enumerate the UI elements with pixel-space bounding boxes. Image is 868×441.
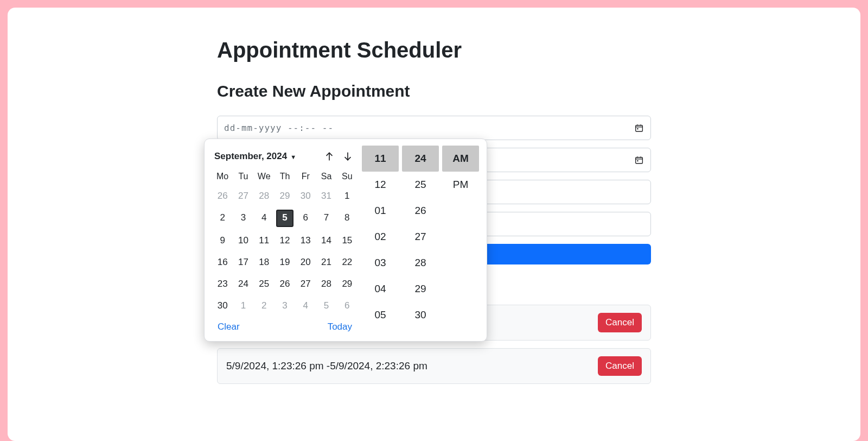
minute-spinner[interactable]: 24252627282930 — [402, 146, 439, 335]
calendar-day[interactable]: 20 — [297, 254, 314, 270]
calendar-day[interactable]: 14 — [318, 232, 335, 249]
spinner-option[interactable]: 04 — [362, 276, 399, 302]
spinner-option[interactable]: 28 — [402, 250, 439, 276]
cancel-button[interactable]: Cancel — [598, 356, 642, 376]
calendar-day[interactable]: 9 — [214, 232, 231, 249]
calendar-day[interactable]: 3 — [277, 298, 293, 314]
calendar-day[interactable]: 21 — [318, 254, 335, 270]
calendar-day[interactable]: 12 — [277, 232, 293, 249]
spinner-option[interactable]: 27 — [402, 224, 439, 250]
calendar-day[interactable]: 17 — [235, 254, 251, 270]
calendar-day[interactable]: 2 — [214, 210, 231, 226]
spinner-option[interactable]: 30 — [402, 302, 439, 328]
hour-spinner[interactable]: 11120102030405 — [362, 146, 399, 335]
calendar-day[interactable]: 11 — [256, 232, 272, 249]
calendar-day[interactable]: 25 — [256, 276, 272, 292]
appointment-row: 5/9/2024, 1:23:26 pm -5/9/2024, 2:23:26 … — [217, 348, 651, 384]
spinner-selected[interactable]: 24 — [402, 146, 439, 172]
weekday-label: Mo — [212, 172, 233, 182]
weekday-label: Tu — [233, 172, 253, 182]
spinner-option[interactable]: 05 — [362, 302, 399, 328]
calendar-day[interactable]: 18 — [256, 254, 272, 270]
spinner-selected[interactable]: AM — [442, 146, 479, 172]
svg-rect-5 — [636, 157, 643, 163]
calendar-day[interactable]: 26 — [214, 188, 231, 204]
page-title: Appointment Scheduler — [217, 38, 651, 62]
calendar-day[interactable]: 1 — [339, 188, 355, 204]
spinner-option[interactable]: 25 — [402, 172, 439, 198]
calendar-day[interactable]: 27 — [235, 188, 251, 204]
spinner-option[interactable]: 01 — [362, 198, 399, 224]
calendar-day[interactable]: 8 — [339, 210, 355, 226]
calendar-day[interactable]: 31 — [318, 188, 335, 204]
spinner-option[interactable]: 03 — [362, 250, 399, 276]
calendar-day[interactable]: 6 — [339, 298, 355, 314]
calendar-day[interactable]: 5 — [276, 210, 293, 227]
calendar-day[interactable]: 10 — [235, 232, 251, 249]
section-title: Create New Appointment — [217, 82, 651, 100]
svg-rect-4 — [637, 128, 638, 129]
calendar-day[interactable]: 28 — [256, 188, 272, 204]
calendar-day[interactable]: 19 — [277, 254, 293, 270]
calendar-day[interactable]: 30 — [214, 298, 231, 314]
spinner-option[interactable]: 26 — [402, 198, 439, 224]
datetime-placeholder: dd-mm-yyyy --:-- -- — [224, 122, 334, 135]
calendar-day[interactable]: 4 — [297, 298, 314, 314]
svg-rect-0 — [636, 125, 643, 131]
spinner-option[interactable]: 02 — [362, 224, 399, 250]
calendar-day[interactable]: 26 — [277, 276, 293, 292]
svg-rect-9 — [637, 160, 638, 161]
calendar-icon[interactable] — [634, 155, 644, 165]
calendar-day[interactable]: 4 — [256, 210, 272, 226]
calendar-day[interactable]: 23 — [214, 276, 231, 292]
appointment-time-text: 5/9/2024, 1:23:26 pm -5/9/2024, 2:23:26 … — [226, 360, 427, 372]
today-link[interactable]: Today — [328, 322, 352, 332]
calendar-day[interactable]: 29 — [339, 276, 355, 292]
weekday-label: Fr — [295, 172, 316, 182]
calendar-day[interactable]: 3 — [235, 210, 251, 226]
calendar-day[interactable]: 24 — [235, 276, 251, 292]
next-month-button[interactable] — [340, 149, 355, 164]
calendar-day[interactable]: 5 — [318, 298, 335, 314]
calendar-day[interactable]: 27 — [297, 276, 314, 292]
weekday-label: Su — [337, 172, 358, 182]
month-year-label[interactable]: September, 2024 — [214, 151, 287, 162]
calendar-day[interactable]: 13 — [297, 232, 314, 249]
calendar-day[interactable]: 15 — [339, 232, 355, 249]
spinner-option[interactable]: 12 — [362, 172, 399, 198]
weekday-label: Sa — [316, 172, 336, 182]
cancel-button[interactable]: Cancel — [598, 313, 642, 332]
caret-down-icon[interactable]: ▼ — [290, 154, 296, 160]
calendar-day[interactable]: 6 — [297, 210, 314, 226]
spinner-option[interactable]: PM — [442, 172, 479, 198]
weekday-label: We — [254, 172, 275, 182]
calendar-icon[interactable] — [634, 123, 644, 133]
start-datetime-input[interactable]: dd-mm-yyyy --:-- -- — [217, 116, 651, 140]
prev-month-button[interactable] — [322, 149, 337, 164]
calendar-day[interactable]: 28 — [318, 276, 335, 292]
calendar-day[interactable]: 22 — [339, 254, 355, 270]
clear-link[interactable]: Clear — [218, 322, 240, 332]
datetime-picker-popup: September, 2024 ▼ MoTuWeThFrSaSu26272829… — [204, 138, 487, 342]
calendar-day[interactable]: 30 — [297, 188, 314, 204]
weekday-label: Th — [275, 172, 295, 182]
calendar-day[interactable]: 16 — [214, 254, 231, 270]
ampm-spinner[interactable]: AMPM — [442, 146, 479, 335]
spinner-option[interactable]: 29 — [402, 276, 439, 302]
spinner-selected[interactable]: 11 — [362, 146, 399, 172]
calendar-day[interactable]: 7 — [318, 210, 335, 226]
calendar-day[interactable]: 2 — [256, 298, 272, 314]
calendar-day[interactable]: 29 — [277, 188, 293, 204]
calendar-day[interactable]: 1 — [235, 298, 251, 314]
